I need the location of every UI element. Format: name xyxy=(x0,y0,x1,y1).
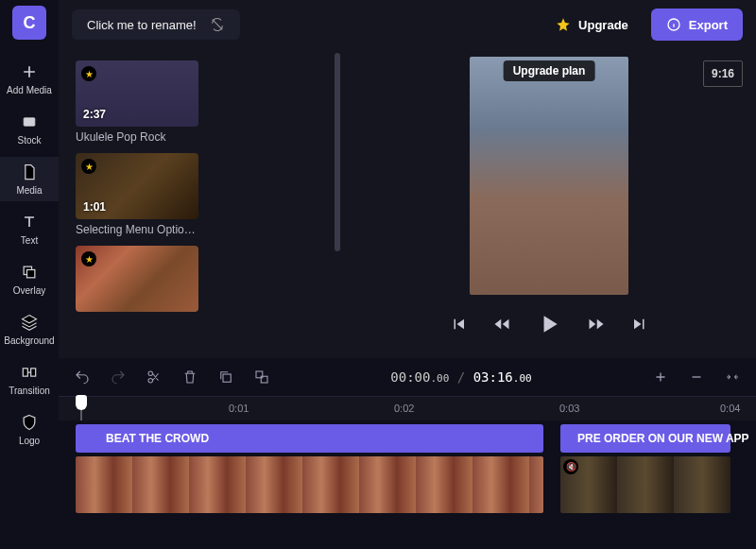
plus-icon xyxy=(20,62,39,81)
playback-controls xyxy=(450,312,648,339)
media-panel: ★ 2:37 Ukulele Pop Rock ★ 1:01 Selecting… xyxy=(59,49,342,358)
aspect-ratio-chip[interactable]: 9:16 xyxy=(703,60,743,87)
trash-icon[interactable] xyxy=(181,369,198,386)
sidebar-item-logo[interactable]: Logo xyxy=(0,407,59,452)
file-icon xyxy=(20,163,39,181)
scrollbar-thumb[interactable] xyxy=(335,53,340,251)
media-item[interactable]: ★ 2:37 Ukulele Pop Rock xyxy=(76,60,342,144)
playhead[interactable] xyxy=(76,395,87,410)
preview-canvas[interactable]: Upgrade plan xyxy=(470,57,628,295)
skip-end-icon[interactable] xyxy=(631,316,648,335)
star-icon xyxy=(556,17,571,32)
upgrade-button[interactable]: Upgrade xyxy=(542,9,642,41)
info-icon xyxy=(666,17,681,32)
sidebar-item-background[interactable]: Background xyxy=(0,307,59,352)
stock-icon xyxy=(20,112,39,131)
star-icon: ★ xyxy=(81,66,96,81)
text-clip[interactable]: BEAT THE CROWD xyxy=(76,424,543,453)
star-icon: ★ xyxy=(81,251,96,266)
duplicate-icon[interactable] xyxy=(253,369,270,386)
video-clip[interactable]: 🔇 xyxy=(560,456,730,513)
preview-area: 9:16 Upgrade plan xyxy=(342,49,756,358)
copy-icon[interactable] xyxy=(217,369,234,386)
topbar: Click me to rename! Upgrade Export xyxy=(59,0,756,49)
video-clip[interactable] xyxy=(76,456,543,513)
timecode: 00:00.00 / 03:16.00 xyxy=(390,369,531,385)
zoom-out-icon[interactable] xyxy=(688,369,705,386)
shield-icon xyxy=(20,413,39,432)
skip-start-icon[interactable] xyxy=(450,316,467,335)
redo-icon[interactable] xyxy=(110,369,127,386)
timeline-tracks: BEAT THE CROWD PRE ORDER ON OUR NEW APP … xyxy=(59,420,756,549)
svg-rect-4 xyxy=(223,374,231,382)
media-item[interactable]: ★ 1:01 Selecting Menu Options ... xyxy=(76,153,342,236)
play-icon[interactable] xyxy=(537,312,561,339)
sidebar: C Add Media Stock Media Text Overlay Bac… xyxy=(0,0,59,549)
sidebar-item-stock[interactable]: Stock xyxy=(0,107,59,151)
sidebar-item-overlay[interactable]: Overlay xyxy=(0,257,59,301)
sidebar-item-add-media[interactable]: Add Media xyxy=(0,57,59,101)
svg-rect-2 xyxy=(27,270,35,278)
upgrade-plan-chip[interactable]: Upgrade plan xyxy=(504,60,595,81)
sidebar-item-media[interactable]: Media xyxy=(0,157,59,201)
project-title[interactable]: Click me to rename! xyxy=(72,9,240,40)
svg-rect-0 xyxy=(24,118,35,126)
split-icon[interactable] xyxy=(146,369,163,386)
logo: C xyxy=(12,6,46,40)
undo-icon[interactable] xyxy=(74,369,91,386)
rewind-icon[interactable] xyxy=(493,316,510,335)
timeline-ruler[interactable]: 0:01 0:02 0:03 0:04 xyxy=(59,396,756,420)
export-button[interactable]: Export xyxy=(651,9,743,41)
mute-icon: 🔇 xyxy=(563,459,578,474)
zoom-in-icon[interactable] xyxy=(652,369,669,386)
sidebar-item-transition[interactable]: Transition xyxy=(0,357,59,402)
zoom-fit-icon[interactable] xyxy=(724,369,741,386)
text-icon xyxy=(20,213,39,232)
text-clip[interactable]: PRE ORDER ON OUR NEW APP xyxy=(560,424,730,453)
sync-off-icon xyxy=(210,17,225,32)
forward-icon[interactable] xyxy=(588,316,605,335)
layers-icon xyxy=(20,313,39,332)
transition-icon xyxy=(20,363,39,382)
star-icon: ★ xyxy=(81,159,96,174)
text-icon xyxy=(85,432,98,445)
overlay-icon xyxy=(20,263,39,282)
timeline-toolbar: 00:00.00 / 03:16.00 xyxy=(59,358,756,396)
sidebar-item-text[interactable]: Text xyxy=(0,207,59,251)
media-item[interactable]: ★ xyxy=(76,246,342,312)
